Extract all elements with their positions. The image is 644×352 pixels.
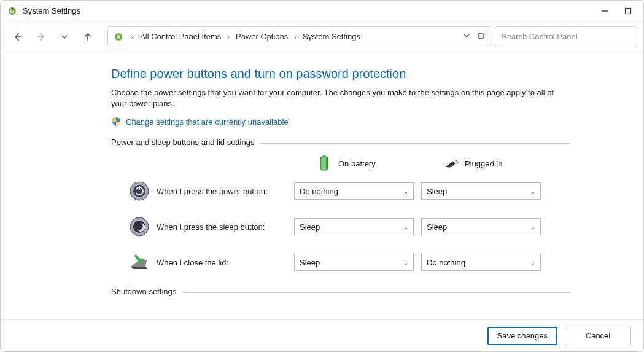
breadcrumb-chevron-down-icon[interactable] [463, 32, 470, 41]
lid-battery-dropdown[interactable]: Sleep ⌄ [294, 254, 414, 271]
app-icon [7, 6, 18, 17]
sleep-button-battery-dropdown[interactable]: Sleep ⌄ [294, 218, 414, 235]
svg-point-8 [117, 35, 120, 39]
window-title: System Settings [23, 6, 80, 15]
chevron-down-icon: ⌄ [530, 259, 535, 266]
breadcrumb-item[interactable]: Power Options [236, 32, 288, 41]
column-battery-label: On battery [338, 159, 376, 168]
column-plugged-label: Plugged in [465, 159, 502, 168]
lid-plugged-dropdown[interactable]: Do nothing ⌄ [421, 254, 541, 271]
power-button-plugged-dropdown[interactable]: Sleep ⌄ [421, 182, 541, 200]
save-changes-button[interactable]: Save changes [487, 327, 557, 345]
sleep-button-plugged-dropdown[interactable]: Sleep ⌄ [421, 218, 541, 235]
lid-close-icon [128, 251, 150, 273]
svg-line-12 [457, 162, 459, 164]
change-settings-link[interactable]: Change settings that are currently unava… [126, 117, 289, 127]
sleep-button-row-label: When I press the sleep button: [157, 222, 294, 232]
chevron-down-icon: ⌄ [530, 188, 535, 195]
chevron-left-double-icon[interactable]: « [129, 33, 135, 41]
group-heading: Shutdown settings [111, 287, 182, 296]
maximize-button[interactable] [616, 2, 640, 20]
sleep-button-icon [128, 216, 150, 238]
search-input[interactable] [495, 26, 637, 47]
cancel-button[interactable]: Cancel [565, 327, 631, 345]
power-button-icon [128, 180, 150, 202]
forward-button[interactable] [33, 28, 50, 45]
chevron-down-icon: ⌄ [403, 188, 408, 195]
svg-line-11 [456, 160, 457, 162]
page-title: Define power buttons and turn on passwor… [111, 67, 643, 81]
battery-icon [316, 155, 332, 171]
svg-rect-10 [320, 157, 328, 170]
recent-chevron-icon[interactable] [56, 28, 73, 45]
uac-shield-icon [111, 117, 121, 127]
svg-rect-3 [626, 8, 631, 14]
chevron-right-icon: › [293, 33, 298, 41]
breadcrumb[interactable]: « All Control Panel Items › Power Option… [107, 26, 491, 47]
refresh-icon[interactable] [476, 31, 486, 42]
minimize-button[interactable] [593, 2, 616, 20]
page-description: Choose the power settings that you want … [111, 87, 559, 109]
chevron-right-icon: › [226, 33, 231, 41]
breadcrumb-item[interactable]: System Settings [303, 32, 360, 41]
power-button-battery-dropdown[interactable]: Do nothing ⌄ [294, 182, 414, 200]
lid-row-label: When I close the lid: [157, 258, 294, 267]
chevron-down-icon: ⌄ [403, 259, 408, 266]
back-button[interactable] [9, 28, 26, 45]
power-button-row-label: When I press the power button: [157, 187, 294, 196]
chevron-down-icon: ⌄ [530, 224, 535, 230]
breadcrumb-icon [113, 31, 124, 42]
group-heading: Power and sleep buttons and lid settings [111, 138, 260, 147]
up-button[interactable] [79, 28, 96, 45]
chevron-down-icon: ⌄ [403, 224, 408, 230]
breadcrumb-item[interactable]: All Control Panel Items [140, 32, 221, 41]
power-plug-icon [443, 155, 459, 171]
